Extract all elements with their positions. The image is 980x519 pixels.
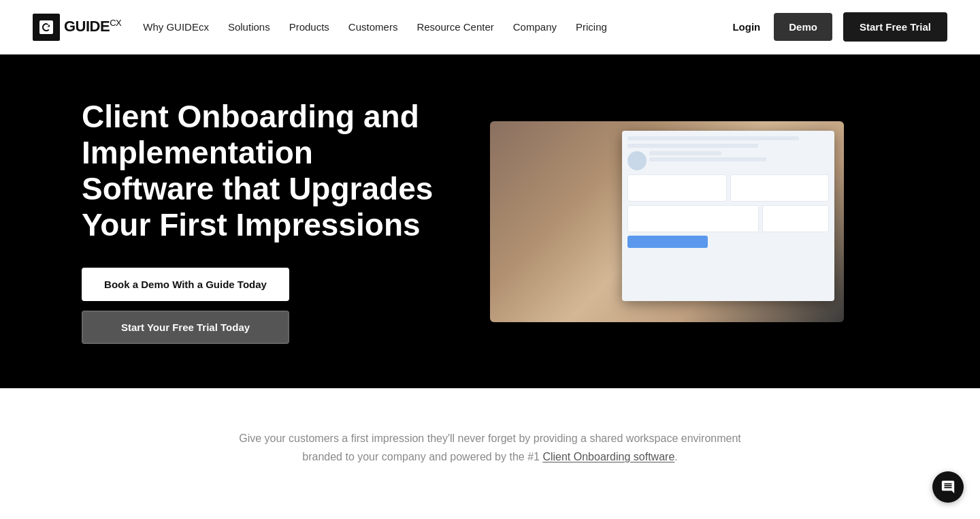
login-button[interactable]: Login [730,16,763,38]
nav-links: Why GUIDEcx Solutions Products Customers… [143,21,607,33]
nav-item-why-guidecx[interactable]: Why GUIDEcx [143,21,209,33]
nav-item-customers[interactable]: Customers [348,21,398,33]
navbar-left: GUIDECX Why GUIDEcx Solutions Products C… [33,14,607,41]
nav-item-solutions[interactable]: Solutions [228,21,270,33]
hero-image-wrap [476,121,844,322]
hero-buttons: Book a Demo With a Guide Today Start You… [82,268,289,344]
nav-item-resource-center[interactable]: Resource Center [416,21,493,33]
hero-title: Client Onboarding and Implementation Sof… [82,99,436,243]
hero-demo-button[interactable]: Book a Demo With a Guide Today [82,268,289,301]
navbar-right: Login Demo Start Free Trial [730,12,947,42]
hero-image [490,121,844,322]
logo-icon [33,14,60,41]
nav-item-products[interactable]: Products [289,21,329,33]
demo-button[interactable]: Demo [774,13,832,41]
screen-overlay [622,131,834,302]
brand-name: GUIDECX [64,18,121,35]
logo[interactable]: GUIDECX [33,14,121,41]
hero-content: Client Onboarding and Implementation Sof… [82,99,436,344]
nav-item-pricing[interactable]: Pricing [576,21,607,33]
navbar: GUIDECX Why GUIDEcx Solutions Products C… [0,0,980,54]
onboarding-software-link[interactable]: Client Onboarding software [542,451,674,462]
below-hero-section: Give your customers a first impression t… [0,388,980,507]
start-free-trial-button[interactable]: Start Free Trial [843,12,947,42]
nav-item-company[interactable]: Company [513,21,557,33]
chat-icon [941,479,956,494]
svg-rect-0 [39,20,53,34]
chat-bubble[interactable] [932,471,964,503]
hero-trial-button[interactable]: Start Your Free Trial Today [82,311,289,344]
hero-section: Client Onboarding and Implementation Sof… [0,54,980,388]
below-hero-text: Give your customers a first impression t… [231,429,749,466]
